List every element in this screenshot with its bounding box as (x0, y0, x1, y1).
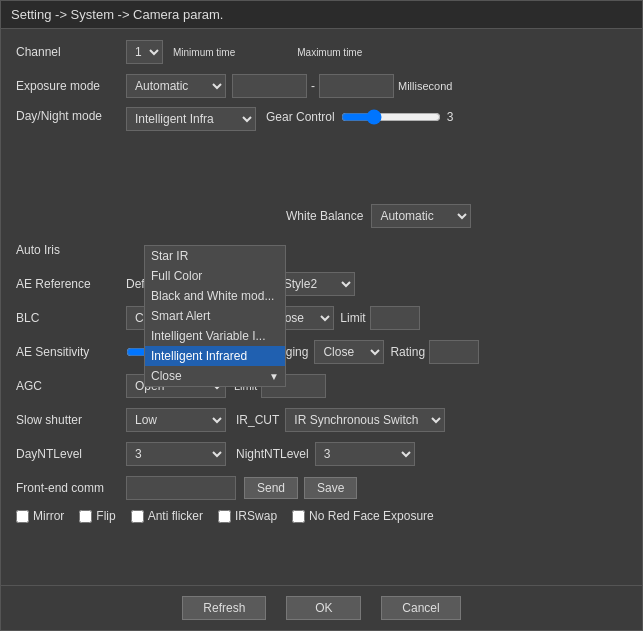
ae-sensitivity-label: AE Sensitivity (16, 345, 126, 359)
min-time-input[interactable]: 0.256000 (232, 74, 307, 98)
slow-shutter-label: Slow shutter (16, 413, 126, 427)
title-bar: Setting -> System -> Camera param. (1, 1, 642, 29)
exposure-row: Exposure mode Automatic Manual 0.256000 … (16, 73, 627, 99)
content-area: Channel 1 2 3 4 Minimum time Maximum tim… (1, 29, 642, 585)
rating-input[interactable]: 50 (429, 340, 479, 364)
defogging-select[interactable]: Close Open (314, 340, 384, 364)
frontend-comm-label: Front-end comm (16, 481, 126, 495)
main-window: Setting -> System -> Camera param. Chann… (0, 0, 643, 631)
irswap-label: IRSwap (235, 509, 277, 523)
no-red-face-checkbox-label[interactable]: No Red Face Exposure (292, 509, 434, 523)
dropdown-item-smart[interactable]: Smart Alert (145, 306, 285, 326)
limit-label: Limit (340, 311, 365, 325)
agc-label: AGC (16, 379, 126, 393)
blc-row: BLC Close Open DWDR Close Open Limit 50 (16, 305, 627, 331)
day-nt-level-select[interactable]: 1 2 3 4 5 (126, 442, 226, 466)
send-button[interactable]: Send (244, 477, 298, 499)
dropdown-item-fullcolor[interactable]: Full Color (145, 266, 285, 286)
ae-reference-row: AE Reference Defaults 50 Image Style Sty… (16, 271, 627, 297)
no-red-face-label: No Red Face Exposure (309, 509, 434, 523)
millisecond-label: Millisecond (398, 80, 452, 92)
frontend-comm-input[interactable] (126, 476, 236, 500)
cancel-button[interactable]: Cancel (381, 596, 460, 620)
agc-row: AGC Open Close Limit 50 (16, 373, 627, 399)
image-style-select[interactable]: Style1 Style2 Style3 (275, 272, 355, 296)
exposure-label: Exposure mode (16, 79, 126, 93)
dash: - (311, 79, 315, 93)
white-balance-row: White Balance Automatic Manual (16, 203, 627, 229)
ircut-select[interactable]: IR Synchronous Switch Day Night (285, 408, 445, 432)
minimum-time-label: Minimum time (173, 47, 235, 58)
gear-control-label: Gear Control (266, 110, 335, 124)
day-nt-level-label: DayNTLevel (16, 447, 126, 461)
flip-checkbox[interactable] (79, 510, 92, 523)
save-button[interactable]: Save (304, 477, 357, 499)
anti-flicker-checkbox[interactable] (131, 510, 144, 523)
flip-label: Flip (96, 509, 115, 523)
daynight-select[interactable]: Intelligent Infra Star IR Full Color Bla… (126, 107, 256, 131)
white-balance-select[interactable]: Automatic Manual (371, 204, 471, 228)
flip-checkbox-label[interactable]: Flip (79, 509, 115, 523)
auto-iris-label: Auto Iris (16, 243, 126, 257)
slow-shutter-select[interactable]: Low Medium High (126, 408, 226, 432)
refresh-button[interactable]: Refresh (182, 596, 266, 620)
channel-label: Channel (16, 45, 126, 59)
dropdown-item-intelligent-ir[interactable]: Intelligent Infrared (145, 346, 285, 366)
dropdown-item-bw[interactable]: Black and White mod... (145, 286, 285, 306)
irswap-checkbox-label[interactable]: IRSwap (218, 509, 277, 523)
anti-flicker-checkbox-label[interactable]: Anti flicker (131, 509, 203, 523)
checkboxes-row: Mirror Flip Anti flicker IRSwap No Red F… (16, 509, 627, 523)
dropdown-item-close[interactable]: Close ▼ (145, 366, 285, 386)
footer: Refresh OK Cancel (1, 585, 642, 630)
no-red-face-checkbox[interactable] (292, 510, 305, 523)
ae-reference-label: AE Reference (16, 277, 126, 291)
day-nt-level-row: DayNTLevel 1 2 3 4 5 NightNTLevel 1 2 3 … (16, 441, 627, 467)
blc-label: BLC (16, 311, 126, 325)
limit-input[interactable]: 50 (370, 306, 420, 330)
channel-row: Channel 1 2 3 4 Minimum time Maximum tim… (16, 39, 627, 65)
close-arrow-icon: ▼ (269, 371, 279, 382)
exposure-select[interactable]: Automatic Manual (126, 74, 226, 98)
max-time-input[interactable]: 65.536000 (319, 74, 394, 98)
ae-sensitivity-row: AE Sensitivity 5 Defogging Close Open Ra… (16, 339, 627, 365)
channel-select[interactable]: 1 2 3 4 (126, 40, 163, 64)
daynight-label: Day/Night mode (16, 109, 126, 123)
daynight-dropdown: Star IR Full Color Black and White mod..… (144, 245, 286, 387)
anti-flicker-label: Anti flicker (148, 509, 203, 523)
mirror-checkbox[interactable] (16, 510, 29, 523)
mirror-checkbox-label[interactable]: Mirror (16, 509, 64, 523)
slow-shutter-row: Slow shutter Low Medium High IR_CUT IR S… (16, 407, 627, 433)
gear-control-value: 3 (447, 110, 454, 124)
auto-iris-row: Auto Iris (16, 237, 627, 263)
gear-control-slider[interactable] (341, 109, 441, 125)
white-balance-label: White Balance (286, 209, 363, 223)
daynight-row: Day/Night mode Intelligent Infra Star IR… (16, 107, 627, 133)
frontend-comm-row: Front-end comm Send Save (16, 475, 627, 501)
rating-label: Rating (390, 345, 425, 359)
night-nt-level-select[interactable]: 1 2 3 4 5 (315, 442, 415, 466)
maximum-time-label: Maximum time (297, 47, 362, 58)
dropdown-item-intelligent-var[interactable]: Intelligent Variable I... (145, 326, 285, 346)
irswap-checkbox[interactable] (218, 510, 231, 523)
dropdown-item-starir[interactable]: Star IR (145, 246, 285, 266)
night-nt-level-label: NightNTLevel (236, 447, 309, 461)
ok-button[interactable]: OK (286, 596, 361, 620)
window-title: Setting -> System -> Camera param. (11, 7, 223, 22)
mirror-label: Mirror (33, 509, 64, 523)
ircut-label: IR_CUT (236, 413, 279, 427)
